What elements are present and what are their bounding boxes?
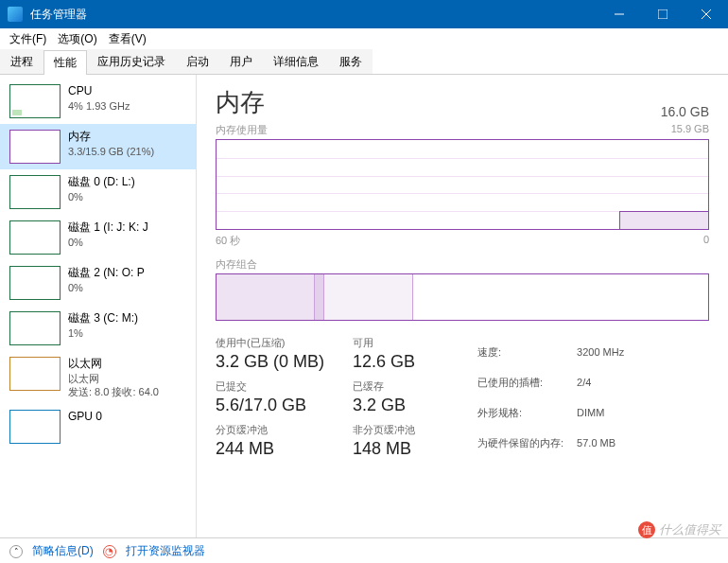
chevron-up-icon[interactable]: ˄: [9, 545, 23, 558]
cached-label: 已缓存: [353, 379, 447, 394]
tab-性能[interactable]: 性能: [43, 50, 87, 75]
svg-rect-1: [658, 9, 667, 19]
maximize-button[interactable]: [641, 0, 685, 28]
minimize-button[interactable]: [598, 0, 641, 28]
xaxis-left: 60 秒: [216, 234, 240, 248]
cpu-thumb-icon: [9, 84, 61, 118]
sidebar-item-cpu-0[interactable]: CPU4% 1.93 GHz: [0, 79, 196, 124]
app-icon: [8, 7, 23, 22]
nonpaged-value: 148 MB: [353, 439, 447, 459]
memory-composition-chart: [216, 273, 709, 321]
disk-thumb-icon: [9, 175, 61, 209]
sidebar-item-label: 内存: [68, 130, 154, 145]
in-use-value: 3.2 GB (0 MB): [216, 352, 324, 372]
tab-启动[interactable]: 启动: [176, 49, 219, 74]
window-title: 任务管理器: [30, 7, 598, 23]
cached-value: 3.2 GB: [353, 396, 447, 415]
in-use-label: 使用中(已压缩): [216, 336, 324, 350]
sidebar-item-gpu-7[interactable]: GPU 0: [0, 404, 196, 449]
sidebar-item-label: 磁盘 0 (D: L:): [68, 175, 135, 190]
resource-monitor-icon: ◔: [103, 545, 116, 558]
disk-thumb-icon: [9, 266, 61, 300]
memory-usage-chart: [216, 139, 709, 230]
available-value: 12.6 GB: [353, 352, 447, 372]
sidebar-item-disk-3[interactable]: 磁盘 1 (I: J: K: J0%: [0, 215, 196, 260]
tab-应用历史记录[interactable]: 应用历史记录: [87, 49, 176, 74]
tab-用户[interactable]: 用户: [219, 49, 263, 74]
gpu-thumb-icon: [9, 410, 61, 444]
open-resource-monitor-link[interactable]: 打开资源监视器: [126, 543, 205, 559]
sidebar-item-sub: 3.3/15.9 GB (21%): [68, 145, 154, 158]
sidebar-item-label: CPU: [68, 84, 130, 99]
available-label: 可用: [353, 336, 447, 350]
memory-metadata: 速度:3200 MHz 已使用的插槽:2/4 外形规格:DIMM 为硬件保留的内…: [476, 336, 637, 459]
sidebar-item-label: 以太网: [68, 357, 159, 372]
menu-view[interactable]: 查看(V): [103, 29, 152, 49]
disk-thumb-icon: [9, 311, 61, 345]
usage-chart-max: 15.9 GB: [671, 123, 709, 137]
xaxis-right: 0: [703, 234, 709, 248]
sidebar-item-disk-5[interactable]: 磁盘 3 (C: M:)1%: [0, 306, 196, 351]
tab-详细信息[interactable]: 详细信息: [263, 49, 329, 74]
committed-value: 5.6/17.0 GB: [216, 396, 324, 415]
mem-thumb-icon: [9, 130, 61, 164]
menu-options[interactable]: 选项(O): [52, 29, 102, 49]
composition-label: 内存组合: [216, 257, 709, 272]
paged-value: 244 MB: [216, 439, 324, 459]
eth-thumb-icon: [9, 357, 61, 391]
sidebar-item-sub: 以太网: [68, 372, 159, 385]
fewer-details-link[interactable]: 简略信息(D): [32, 543, 94, 559]
paged-label: 分页缓冲池: [216, 423, 324, 437]
sidebar-item-eth-6[interactable]: 以太网以太网发送: 8.0 接收: 64.0: [0, 351, 196, 404]
sidebar-item-disk-4[interactable]: 磁盘 2 (N: O: P0%: [0, 260, 196, 306]
tab-进程[interactable]: 进程: [0, 49, 43, 74]
menu-file[interactable]: 文件(F): [4, 29, 52, 49]
sidebar-item-sub: 0%: [68, 281, 145, 294]
sidebar-item-sub: 0%: [68, 190, 135, 203]
sidebar-item-label: 磁盘 2 (N: O: P: [68, 266, 145, 281]
sidebar-item-mem-1[interactable]: 内存3.3/15.9 GB (21%): [0, 124, 196, 169]
tab-服务[interactable]: 服务: [329, 49, 373, 74]
sidebar-item-sub: 1%: [68, 326, 138, 340]
sidebar-item-label: 磁盘 3 (C: M:): [68, 311, 138, 326]
page-title: 内存: [216, 86, 265, 119]
sidebar-item-label: 磁盘 1 (I: J: K: J: [68, 220, 148, 236]
sidebar-item-disk-2[interactable]: 磁盘 0 (D: L:)0%: [0, 169, 196, 215]
usage-chart-label: 内存使用量: [216, 123, 268, 137]
total-memory: 16.0 GB: [661, 104, 709, 119]
close-button[interactable]: [685, 0, 728, 28]
sidebar-item-sub: 0%: [68, 236, 148, 249]
sidebar-item-label: GPU 0: [68, 410, 102, 425]
disk-thumb-icon: [9, 220, 61, 255]
committed-label: 已提交: [216, 379, 324, 394]
nonpaged-label: 非分页缓冲池: [353, 423, 447, 437]
sidebar-item-sub: 4% 1.93 GHz: [68, 99, 130, 113]
